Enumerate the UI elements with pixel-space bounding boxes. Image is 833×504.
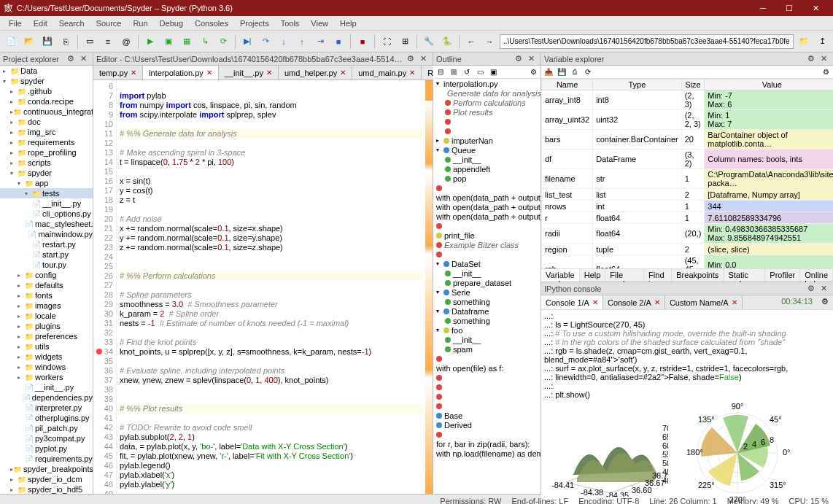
var-row[interactable]: nrowsint1344 — [542, 201, 834, 212]
var-row[interactable]: radiifloat64(20,)Min: 0.4983036638533568… — [542, 224, 834, 244]
console-output[interactable]: ...: ...: ls = LightSource(270, 45) ...:… — [541, 310, 833, 504]
debug-icon[interactable]: ▶| — [239, 34, 255, 50]
tree-item[interactable]: 📄py3compat.py — [0, 433, 93, 443]
menu-search[interactable]: Search — [53, 18, 90, 29]
console-tab[interactable]: Console 1/A ✕ — [541, 295, 603, 309]
close-icon[interactable]: ✕ — [340, 69, 346, 77]
tree-item[interactable]: ▸📁fonts — [0, 290, 93, 301]
outline-item[interactable]: ▾DataSet — [433, 259, 541, 268]
var-header[interactable]: Type — [593, 80, 682, 90]
tree-item[interactable]: 📄requirements.py — [0, 454, 93, 464]
panel-options-icon[interactable]: ⚙ — [512, 54, 525, 63]
outline-item[interactable]: Generate data for analysis — [433, 88, 541, 98]
editor-tab[interactable]: interpolation.py✕ — [143, 66, 219, 80]
preferences-icon[interactable]: 🔧 — [421, 34, 437, 50]
outline-item[interactable] — [433, 401, 541, 411]
tree-item[interactable]: 📄cli_options.py — [0, 209, 93, 219]
tree-item[interactable]: ▸📁spyder_breakpoints — [0, 464, 93, 474]
minimap[interactable] — [425, 80, 433, 494]
outline-item[interactable]: prepare_dataset — [433, 278, 541, 287]
var-row[interactable]: array_int8int8(2, 3)Min: -7 Max: 6 — [542, 90, 834, 110]
bottom-tab[interactable]: Breakpoints — [672, 269, 724, 282]
bottom-tab[interactable]: Find in files — [644, 269, 672, 282]
stop-icon[interactable]: ■ — [354, 34, 371, 50]
tree-item[interactable]: ▸📁widgets — [0, 352, 93, 362]
outline-item[interactable] — [433, 117, 541, 126]
tree-item[interactable]: 📄__init__.py — [0, 198, 93, 209]
save-all-icon[interactable]: ⎘ — [58, 34, 74, 50]
outline-item[interactable]: with open(file) as f: — [433, 363, 541, 373]
close-icon[interactable]: ✕ — [732, 298, 737, 306]
forward-icon[interactable]: → — [481, 34, 497, 50]
outline-item[interactable]: something — [433, 297, 541, 306]
restore-icon[interactable]: ↺ — [461, 66, 473, 78]
tree-item[interactable]: ▾📁app — [0, 178, 93, 188]
tree-item[interactable]: 📄mac_stylesheet.qss — [0, 219, 93, 229]
tree-item[interactable]: ▸📁workers — [0, 372, 93, 382]
var-header[interactable]: Size — [681, 80, 705, 90]
save-data-icon[interactable]: 💾 — [556, 66, 567, 78]
run-icon[interactable]: ▶ — [142, 34, 158, 50]
maximize-button[interactable]: ☐ — [776, 1, 802, 15]
outline-item[interactable]: __init__ — [433, 155, 541, 164]
outline-item[interactable]: spam — [433, 344, 541, 354]
rerun-icon[interactable]: ⟳ — [215, 34, 231, 50]
step-over-icon[interactable]: ↷ — [257, 34, 274, 50]
panel-options-icon[interactable]: ⚙ — [64, 54, 77, 63]
editor-tab[interactable]: __init__.py✕ — [219, 66, 279, 80]
options-icon[interactable]: ⚙ — [527, 66, 539, 78]
outline-item[interactable]: pop — [433, 174, 541, 183]
var-row[interactable]: dfDataFrame(3, 2)Column names: bools, in… — [542, 150, 834, 169]
close-icon[interactable]: ✕ — [592, 298, 598, 306]
menu-projects[interactable]: Projects — [234, 18, 275, 29]
stop-debug-icon[interactable]: ■ — [330, 34, 346, 50]
close-icon[interactable]: ✕ — [654, 298, 660, 306]
outline-item[interactable]: Derived — [433, 420, 541, 430]
tree-item[interactable]: ▸📁utils — [0, 341, 93, 352]
save-icon[interactable]: 💾 — [39, 34, 55, 50]
outline-item[interactable] — [433, 392, 541, 401]
outline-item[interactable]: __init__ — [433, 335, 541, 344]
outline-item[interactable] — [433, 183, 541, 193]
close-icon[interactable]: ✕ — [266, 69, 272, 77]
menu-debug[interactable]: Debug — [154, 18, 189, 29]
menu-view[interactable]: View — [305, 18, 334, 29]
tree-item[interactable]: ▸📁windows — [0, 362, 93, 372]
outline-item[interactable] — [433, 249, 541, 259]
tree-item[interactable]: 📄otherplugins.py — [0, 413, 93, 423]
close-button[interactable]: ✕ — [802, 1, 829, 15]
tree-item[interactable]: 📄pil_patch.py — [0, 423, 93, 433]
step-out-icon[interactable]: ↑ — [294, 34, 310, 50]
tree-item[interactable]: ▸📁img_src — [0, 127, 93, 137]
at-icon[interactable]: @ — [118, 34, 134, 50]
menu-consoles[interactable]: Consoles — [189, 18, 234, 29]
menu-source[interactable]: Source — [90, 18, 128, 29]
collapse-sel-icon[interactable]: ▭ — [474, 66, 486, 78]
tree-item[interactable]: ▸📁Data — [0, 66, 93, 76]
tree-item[interactable]: 📄start.py — [0, 249, 93, 260]
outline-item[interactable] — [433, 126, 541, 136]
options-icon[interactable]: ⚙ — [817, 295, 833, 309]
outline-item[interactable]: with open(data_path + output_file_n… — [433, 193, 541, 202]
project-tree[interactable]: ▸📁Data▾📁spyder▸📁.github▸📁conda.recipe▸📁c… — [0, 66, 93, 494]
outline-item[interactable]: something — [433, 316, 541, 325]
panel-options-icon[interactable]: ⚙ — [805, 284, 818, 293]
var-header[interactable]: Name — [542, 80, 593, 90]
outline-item[interactable]: ▾foo — [433, 325, 541, 335]
bottom-tab[interactable]: Profiler — [765, 269, 800, 282]
outline-item[interactable]: for r, bar in zip(radii, bars): — [433, 439, 541, 449]
var-row[interactable]: array_uint32uint32(2, 2, 3)Min: 1 Max: 7 — [542, 110, 834, 130]
var-header[interactable]: Value — [705, 80, 833, 90]
outline-item[interactable] — [433, 221, 541, 230]
panel-options-icon[interactable]: ⚙ — [404, 54, 417, 63]
outline-item[interactable]: ▾Serie — [433, 287, 541, 297]
panel-close-icon[interactable]: ✕ — [818, 284, 830, 293]
list-icon[interactable]: ≡ — [100, 34, 116, 50]
collapse-icon[interactable]: ⊟ — [435, 66, 446, 78]
tree-item[interactable]: ▸📁continuous_integration — [0, 106, 93, 117]
close-icon[interactable]: ✕ — [409, 69, 415, 77]
panel-close-icon[interactable]: ✕ — [818, 54, 830, 63]
var-row[interactable]: list_testlist2[Dataframe, Numpy array] — [542, 189, 834, 201]
panel-close-icon[interactable]: ✕ — [525, 54, 538, 63]
menu-edit[interactable]: Edit — [28, 18, 53, 29]
